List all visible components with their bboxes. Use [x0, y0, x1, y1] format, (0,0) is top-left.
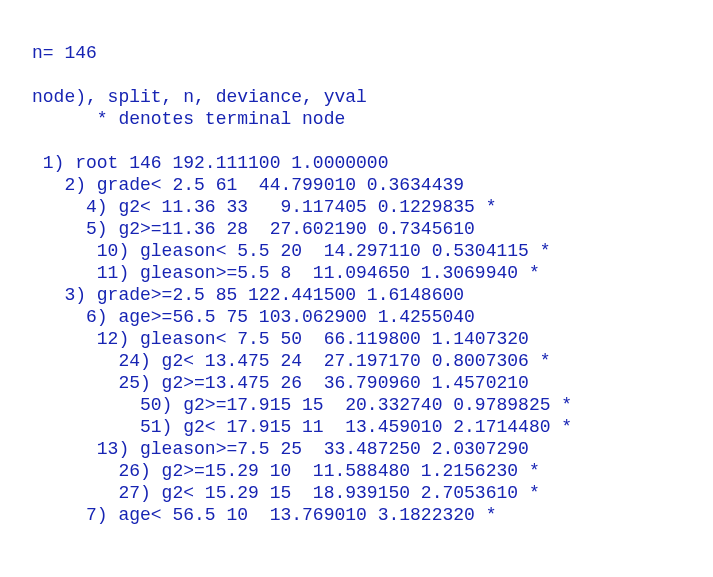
tree-node-4: 4) g2< 11.36 33 9.117405 0.1229835 * — [32, 197, 496, 217]
tree-node-12: 12) gleason< 7.5 50 66.119800 1.1407320 — [32, 329, 529, 349]
legend-line-1: node), split, n, deviance, yval — [32, 87, 367, 107]
tree-node-3: 3) grade>=2.5 85 122.441500 1.6148600 — [32, 285, 464, 305]
tree-node-27: 27) g2< 15.29 15 18.939150 2.7053610 * — [32, 483, 540, 503]
tree-node-7: 7) age< 56.5 10 13.769010 3.1822320 * — [32, 505, 496, 525]
tree-node-24: 24) g2< 13.475 24 27.197170 0.8007306 * — [32, 351, 550, 371]
tree-node-50: 50) g2>=17.915 15 20.332740 0.9789825 * — [32, 395, 572, 415]
n-header: n= 146 — [32, 43, 97, 63]
legend-line-2: * denotes terminal node — [32, 109, 345, 129]
tree-node-6: 6) age>=56.5 75 103.062900 1.4255040 — [32, 307, 475, 327]
tree-node-26: 26) g2>=15.29 10 11.588480 1.2156230 * — [32, 461, 540, 481]
tree-node-51: 51) g2< 17.915 11 13.459010 2.1714480 * — [32, 417, 572, 437]
tree-node-11: 11) gleason>=5.5 8 11.094650 1.3069940 * — [32, 263, 540, 283]
tree-node-1: 1) root 146 192.111100 1.0000000 — [32, 153, 388, 173]
tree-node-13: 13) gleason>=7.5 25 33.487250 2.0307290 — [32, 439, 529, 459]
rpart-tree-output: n= 146 node), split, n, deviance, yval *… — [0, 0, 713, 546]
tree-node-10: 10) gleason< 5.5 20 14.297110 0.5304115 … — [32, 241, 550, 261]
tree-node-5: 5) g2>=11.36 28 27.602190 0.7345610 — [32, 219, 475, 239]
tree-node-25: 25) g2>=13.475 26 36.790960 1.4570210 — [32, 373, 529, 393]
tree-node-2: 2) grade< 2.5 61 44.799010 0.3634439 — [32, 175, 464, 195]
